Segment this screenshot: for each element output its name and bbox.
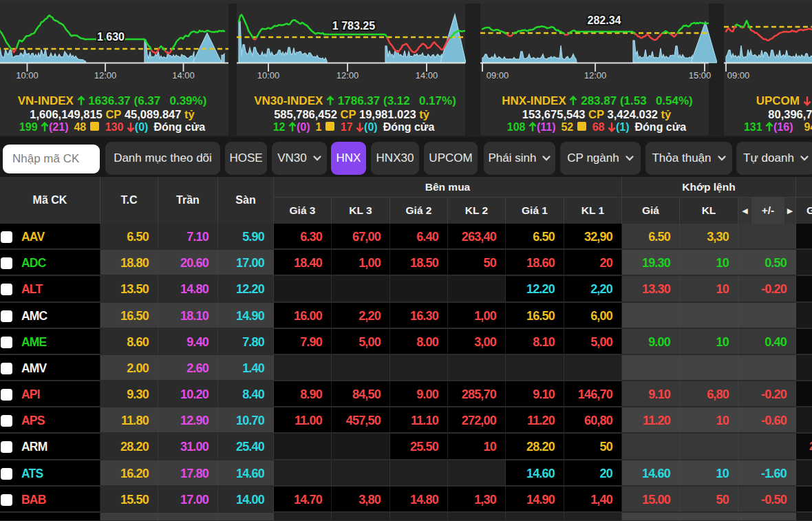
svg-text:14:00: 14:00 [416,70,438,81]
svg-text:10:00: 10:00 [257,70,280,81]
svg-text:1 783.25: 1 783.25 [332,20,375,32]
svg-text:12:00: 12:00 [336,70,359,81]
svg-text:282.34: 282.34 [588,14,621,26]
svg-text:12:00: 12:00 [584,70,607,81]
svg-text:09:00: 09:00 [487,70,509,81]
svg-text:1 630: 1 630 [97,31,125,43]
svg-text:10:00: 10:00 [16,70,39,81]
svg-text:09:00: 09:00 [727,70,750,81]
svg-text:14:00: 14:00 [172,70,195,81]
svg-text:15:00: 15:00 [689,70,712,81]
svg-text:12:00: 12:00 [94,70,117,81]
